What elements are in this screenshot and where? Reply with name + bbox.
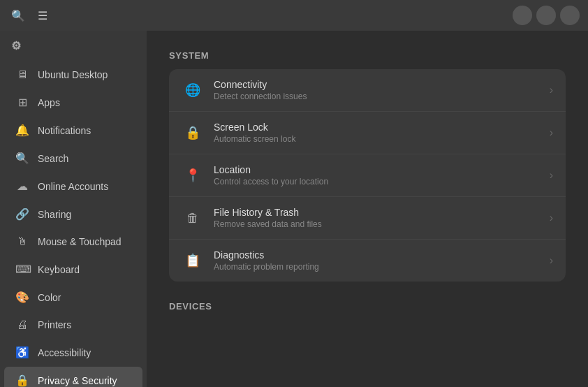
sidebar-item-printers[interactable]: 🖨Printers	[4, 312, 142, 338]
privacy-security-icon: 🔒	[15, 374, 29, 387]
ubuntu-desktop-label: Ubuntu Desktop	[38, 69, 108, 80]
file-history-trash-icon: 🗑	[182, 207, 204, 229]
apps-label: Apps	[38, 97, 60, 108]
content-sections: System🌐ConnectivityDetect connection iss…	[169, 50, 566, 312]
notifications-label: Notifications	[38, 125, 91, 136]
titlebar-left: 🔍 ☰	[8, 6, 50, 25]
sidebar-item-notifications[interactable]: 🔔Notifications	[4, 117, 142, 144]
sidebar-header: ⚙	[0, 31, 147, 61]
accessibility-label: Accessibility	[38, 347, 91, 358]
online-accounts-icon: ☁	[15, 180, 29, 193]
sidebar-item-apps[interactable]: ⊞Apps	[4, 89, 142, 116]
diagnostics-icon: 📋	[182, 249, 204, 272]
mouse-touchpad-icon: 🖱	[15, 235, 29, 248]
maximize-button[interactable]	[536, 6, 556, 25]
search-icon: 🔍	[15, 152, 29, 165]
keyboard-label: Keyboard	[38, 264, 80, 275]
screen-lock-subtitle: Automatic screen lock	[214, 134, 550, 144]
section-title-system: System	[169, 50, 566, 61]
file-history-trash-subtitle: Remove saved data and files	[214, 219, 550, 229]
online-accounts-label: Online Accounts	[38, 181, 108, 192]
connectivity-icon: 🌐	[182, 79, 204, 101]
location-chevron-icon: ›	[550, 169, 553, 182]
screen-lock-title: Screen Lock	[214, 122, 550, 133]
connectivity-title: Connectivity	[214, 79, 550, 90]
section-title-devices: Devices	[169, 301, 566, 312]
minimize-button[interactable]	[513, 6, 532, 25]
diagnostics-chevron-icon: ›	[550, 254, 553, 267]
settings-row-diagnostics[interactable]: 📋DiagnosticsAutomatic problem reporting›	[169, 240, 566, 282]
sidebar-item-sharing[interactable]: 🔗Sharing	[4, 200, 142, 228]
settings-row-screen-lock[interactable]: 🔒Screen LockAutomatic screen lock›	[169, 112, 566, 154]
sharing-label: Sharing	[38, 209, 71, 220]
settings-header-icon: ⚙	[11, 39, 21, 52]
diagnostics-text: DiagnosticsAutomatic problem reporting	[214, 249, 550, 272]
file-history-trash-chevron-icon: ›	[550, 212, 553, 224]
search-icon-button[interactable]: 🔍	[8, 6, 28, 25]
keyboard-icon: ⌨	[15, 263, 29, 276]
sidebar-item-mouse-touchpad[interactable]: 🖱Mouse & Touchpad	[4, 228, 142, 255]
privacy-security-label: Privacy & Security	[38, 375, 117, 386]
settings-group-system: 🌐ConnectivityDetect connection issues›🔒S…	[169, 69, 566, 282]
diagnostics-subtitle: Automatic problem reporting	[214, 262, 550, 272]
color-icon: 🎨	[15, 291, 29, 304]
close-button[interactable]	[560, 6, 580, 25]
notifications-icon: 🔔	[15, 124, 29, 137]
sidebar-item-privacy-security[interactable]: 🔒Privacy & Security	[4, 367, 142, 387]
sidebar-item-color[interactable]: 🎨Color	[4, 284, 142, 311]
screen-lock-icon: 🔒	[182, 122, 204, 144]
sidebar-item-online-accounts[interactable]: ☁Online Accounts	[4, 173, 142, 200]
location-text: LocationControl access to your location	[214, 164, 550, 187]
settings-row-location[interactable]: 📍LocationControl access to your location…	[169, 154, 566, 197]
settings-row-file-history-trash[interactable]: 🗑File History & TrashRemove saved data a…	[169, 197, 566, 240]
main-layout: ⚙ 🖥Ubuntu Desktop⊞Apps🔔Notifications🔍Sea…	[0, 31, 588, 387]
location-title: Location	[214, 164, 550, 175]
settings-row-connectivity[interactable]: 🌐ConnectivityDetect connection issues›	[169, 69, 566, 112]
sharing-icon: 🔗	[15, 207, 29, 221]
connectivity-subtitle: Detect connection issues	[214, 92, 550, 101]
apps-icon: ⊞	[15, 96, 29, 109]
file-history-trash-text: File History & TrashRemove saved data an…	[214, 207, 550, 229]
connectivity-chevron-icon: ›	[550, 84, 553, 96]
accessibility-icon: ♿	[15, 346, 29, 359]
mouse-touchpad-label: Mouse & Touchpad	[38, 236, 122, 247]
ubuntu-desktop-icon: 🖥	[15, 68, 29, 81]
file-history-trash-title: File History & Trash	[214, 207, 550, 218]
connectivity-text: ConnectivityDetect connection issues	[214, 79, 550, 101]
sidebar-items-container: 🖥Ubuntu Desktop⊞Apps🔔Notifications🔍Searc…	[0, 61, 147, 387]
titlebar-controls	[513, 6, 580, 25]
screen-lock-chevron-icon: ›	[550, 126, 553, 139]
color-label: Color	[38, 292, 61, 303]
printers-label: Printers	[38, 319, 71, 330]
sidebar-item-keyboard[interactable]: ⌨Keyboard	[4, 256, 142, 283]
content-area: System🌐ConnectivityDetect connection iss…	[147, 31, 588, 387]
sidebar-item-ubuntu-desktop[interactable]: 🖥Ubuntu Desktop	[4, 61, 142, 88]
sidebar-item-search[interactable]: 🔍Search	[4, 145, 142, 172]
location-icon: 📍	[182, 164, 204, 187]
screen-lock-text: Screen LockAutomatic screen lock	[214, 122, 550, 144]
menu-icon-button[interactable]: ☰	[35, 6, 50, 25]
search-label: Search	[38, 153, 68, 164]
sidebar: ⚙ 🖥Ubuntu Desktop⊞Apps🔔Notifications🔍Sea…	[0, 31, 147, 387]
diagnostics-title: Diagnostics	[214, 249, 550, 261]
titlebar: 🔍 ☰	[0, 0, 588, 31]
printers-icon: 🖨	[15, 319, 29, 331]
sidebar-item-accessibility[interactable]: ♿Accessibility	[4, 339, 142, 366]
location-subtitle: Control access to your location	[214, 177, 550, 187]
